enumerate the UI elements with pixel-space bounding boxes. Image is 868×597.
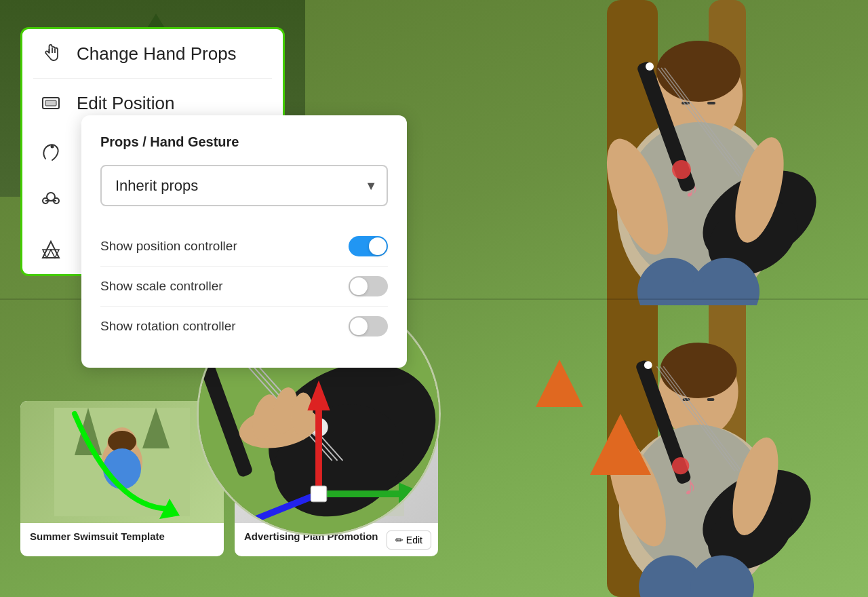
svg-rect-4 [707,102,715,104]
props-select[interactable]: Inherit props No props Guitar Microphone [100,165,388,206]
avatar-top: ♪ [549,7,848,305]
toggle-row-scale: Show scale controller [100,267,388,307]
dropdown-panel: Props / Hand Gesture Inherit props No pr… [81,115,407,368]
svg-rect-81 [45,100,56,106]
svg-point-32 [644,361,652,369]
toggle-knob-scale [350,277,368,295]
svg-point-82 [51,145,54,149]
toggle-knob-rotation [350,317,368,335]
edit-position-label: Edit Position [77,93,175,114]
svg-point-55 [231,516,250,534]
toggle-row-rotation: Show rotation controller [100,307,388,346]
avatar-icon [39,189,63,213]
select-wrapper: Inherit props No props Guitar Microphone… [100,165,388,206]
svg-point-21 [660,343,736,398]
rect-icon [39,91,63,115]
svg-point-37 [672,457,689,474]
svg-point-18 [672,160,691,179]
toggle-row-position: Show position controller [100,227,388,267]
dropdown-title: Props / Hand Gesture [100,134,388,150]
show-scale-label: Show scale controller [100,279,223,294]
gesture-icon [39,140,63,164]
toggle-knob-position [369,237,387,255]
svg-rect-23 [707,398,715,401]
arrow-annotation [61,400,197,539]
menu-item-change-hand-props[interactable]: Change Hand Props [22,29,283,78]
scene-icon [39,237,63,262]
show-position-label: Show position controller [100,239,237,254]
svg-point-2 [656,41,741,102]
scale-toggle[interactable] [349,276,388,296]
orange-triangle-2 [536,360,583,407]
svg-rect-56 [311,486,327,502]
hand-icon [39,41,63,66]
orange-triangle [590,414,651,475]
position-toggle[interactable] [349,236,388,256]
svg-point-13 [646,62,654,71]
change-hand-props-label: Change Hand Props [77,43,237,64]
rotation-toggle[interactable] [349,316,388,336]
show-rotation-label: Show rotation controller [100,319,236,334]
